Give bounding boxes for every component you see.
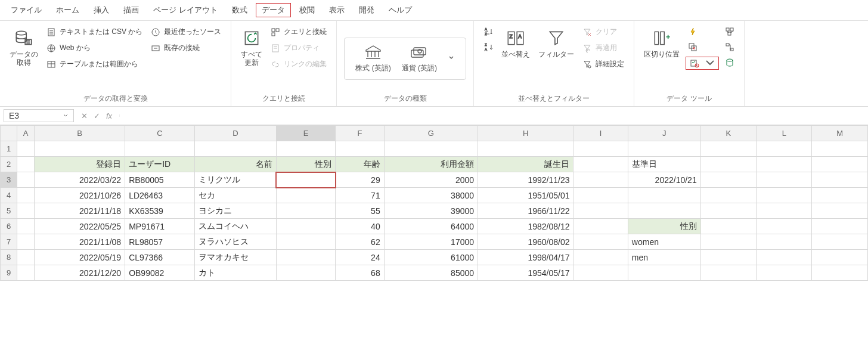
cell[interactable]: 2022/05/19 <box>34 250 125 265</box>
row-header[interactable]: 8 <box>1 250 17 265</box>
selected-cell[interactable] <box>276 172 336 188</box>
cell[interactable]: 2021/11/08 <box>34 234 125 250</box>
cell[interactable]: 68 <box>336 265 384 281</box>
cell[interactable]: MP91671 <box>125 219 195 234</box>
col-header-L[interactable]: L <box>757 126 812 141</box>
row-header[interactable]: 5 <box>1 203 17 219</box>
sort-desc-button[interactable]: ZA <box>481 41 495 53</box>
menu-data[interactable]: データ <box>256 3 291 17</box>
cell[interactable]: RL98057 <box>125 234 195 250</box>
data-types-more-button[interactable] <box>448 51 455 66</box>
grid[interactable]: A B C D E F G H I J K L M 1 2 登録日 ユーザーID… <box>0 125 868 281</box>
cell[interactable]: 登録日 <box>34 157 125 172</box>
row-header[interactable]: 1 <box>1 141 17 157</box>
col-header-H[interactable]: H <box>478 126 574 141</box>
cell[interactable]: 24 <box>336 250 384 265</box>
row-header[interactable]: 9 <box>1 265 17 281</box>
relationships-button[interactable] <box>723 41 737 53</box>
cell[interactable] <box>276 219 336 234</box>
menu-draw[interactable]: 描画 <box>117 2 145 18</box>
menu-insert[interactable]: 挿入 <box>88 2 115 18</box>
refresh-all-button[interactable]: すべて 更新 <box>238 26 265 70</box>
cell[interactable]: RB80005 <box>125 172 195 188</box>
cell[interactable]: LD26463 <box>125 188 195 203</box>
text-to-columns-button[interactable]: 区切り位置 <box>641 26 682 61</box>
select-all-corner[interactable] <box>1 126 17 141</box>
cell[interactable]: women <box>628 234 700 250</box>
cell[interactable]: 年齢 <box>336 157 384 172</box>
data-model-button[interactable] <box>723 57 737 69</box>
sort-asc-button[interactable]: AZ <box>481 26 495 38</box>
cell[interactable]: 1992/11/23 <box>478 172 574 188</box>
consolidate-button[interactable] <box>723 26 737 38</box>
cell[interactable]: 1954/05/17 <box>478 265 574 281</box>
cell[interactable]: 38000 <box>384 188 478 203</box>
col-header-M[interactable]: M <box>812 126 868 141</box>
stocks-type-button[interactable]: 株式 (英語) <box>355 44 390 73</box>
menu-page-layout[interactable]: ページ レイアウト <box>147 2 224 18</box>
data-validation-button[interactable] <box>686 57 719 70</box>
col-header-D[interactable]: D <box>194 126 276 141</box>
cell[interactable]: セカ <box>194 188 276 203</box>
cell[interactable]: 2021/11/18 <box>34 203 125 219</box>
cell[interactable]: 利用金額 <box>384 157 478 172</box>
cell[interactable]: スムコイヘハ <box>194 219 276 234</box>
col-header-A[interactable]: A <box>17 126 34 141</box>
menu-developer[interactable]: 開発 <box>353 2 380 18</box>
cell[interactable]: ヌラハソヒス <box>194 234 276 250</box>
cell[interactable]: 64000 <box>384 219 478 234</box>
cell[interactable]: 71 <box>336 188 384 203</box>
row-header[interactable]: 3 <box>1 172 17 188</box>
cell[interactable]: 1966/11/22 <box>478 203 574 219</box>
cell[interactable]: ヨシカニ <box>194 203 276 219</box>
col-header-C[interactable]: C <box>125 126 195 141</box>
get-data-button[interactable]: データの 取得 <box>7 26 41 70</box>
cell[interactable]: 1998/04/17 <box>478 250 574 265</box>
cell[interactable]: 1951/05/01 <box>478 188 574 203</box>
from-csv-button[interactable]: テキストまたは CSV から <box>44 26 145 38</box>
row-header[interactable]: 6 <box>1 219 17 234</box>
remove-duplicates-button[interactable] <box>686 41 719 53</box>
menu-view[interactable]: 表示 <box>323 2 351 18</box>
cell[interactable] <box>276 265 336 281</box>
row-header[interactable]: 7 <box>1 234 17 250</box>
cell[interactable]: 40 <box>336 219 384 234</box>
row-header[interactable]: 2 <box>1 157 17 172</box>
col-header-K[interactable]: K <box>700 126 756 141</box>
formula-bar[interactable] <box>119 114 864 117</box>
cell[interactable]: 基準日 <box>628 157 700 172</box>
cell[interactable] <box>276 203 336 219</box>
col-header-E[interactable]: E <box>276 126 336 141</box>
menu-file[interactable]: ファイル <box>5 2 48 18</box>
fx-button[interactable]: fx <box>104 111 114 120</box>
filter-button[interactable]: フィルター <box>536 26 576 61</box>
cell[interactable]: 名前 <box>194 157 276 172</box>
col-header-F[interactable]: F <box>336 126 384 141</box>
advanced-filter-button[interactable]: 詳細設定 <box>580 58 627 70</box>
cell[interactable]: 29 <box>336 172 384 188</box>
cell[interactable]: 2022/03/22 <box>34 172 125 188</box>
existing-conn-button[interactable]: 既存の接続 <box>148 42 224 54</box>
cell[interactable]: 85000 <box>384 265 478 281</box>
cell[interactable]: 2022/05/25 <box>34 219 125 234</box>
cell[interactable]: 39000 <box>384 203 478 219</box>
cell[interactable]: ミリクツル <box>194 172 276 188</box>
cell[interactable]: 1982/08/12 <box>478 219 574 234</box>
cell[interactable]: 誕生日 <box>478 157 574 172</box>
cell[interactable]: KX63539 <box>125 203 195 219</box>
col-header-I[interactable]: I <box>574 126 628 141</box>
enter-formula-button[interactable]: ✓ <box>91 111 103 120</box>
menu-formulas[interactable]: 数式 <box>226 2 253 18</box>
cell[interactable]: 2000 <box>384 172 478 188</box>
cell[interactable] <box>276 188 336 203</box>
cell[interactable]: 55 <box>336 203 384 219</box>
currency-type-button[interactable]: 通貨 (英語) <box>402 44 437 73</box>
cell[interactable]: 62 <box>336 234 384 250</box>
cell[interactable]: 61000 <box>384 250 478 265</box>
cell[interactable]: men <box>628 250 700 265</box>
cancel-formula-button[interactable]: ✕ <box>79 111 90 120</box>
row-header[interactable]: 4 <box>1 188 17 203</box>
menu-help[interactable]: ヘルプ <box>383 2 418 18</box>
cell[interactable]: 2021/12/20 <box>34 265 125 281</box>
cell[interactable]: 1960/08/02 <box>478 234 574 250</box>
